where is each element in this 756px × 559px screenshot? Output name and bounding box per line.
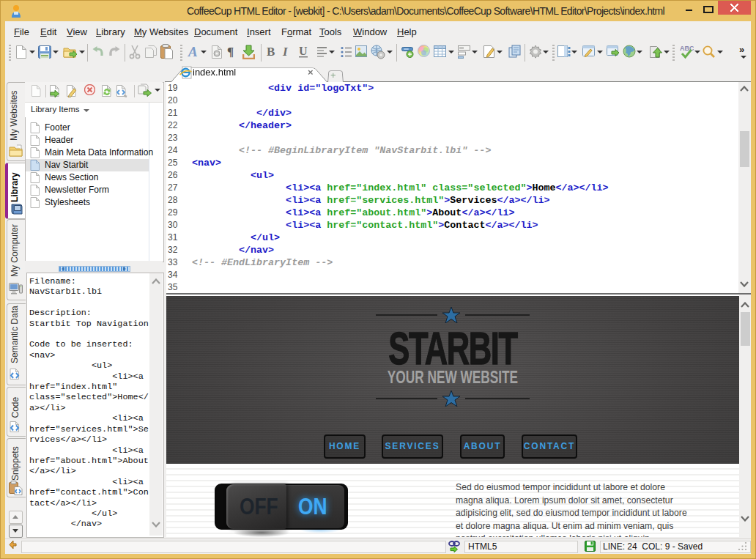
svg-text:A: A [188,45,198,58]
svg-text:I: I [282,45,289,59]
svg-text:B: B [267,45,275,59]
svg-text:¶: ¶ [227,45,234,59]
svg-text:U: U [299,45,308,57]
